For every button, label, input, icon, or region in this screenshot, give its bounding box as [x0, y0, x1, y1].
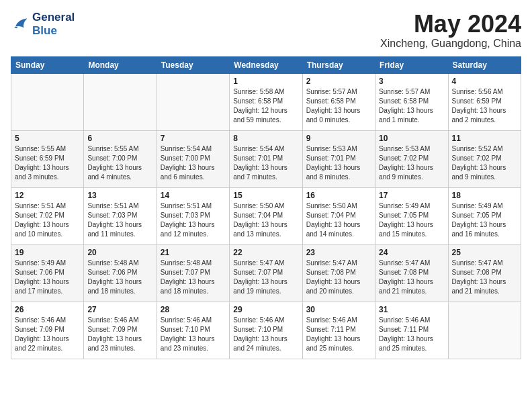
calendar-cell: 2Sunrise: 5:57 AMSunset: 6:58 PMDaylight… — [302, 73, 375, 130]
calendar-cell: 19Sunrise: 5:49 AMSunset: 7:06 PMDayligh… — [11, 244, 84, 302]
day-number: 20 — [87, 248, 152, 257]
calendar-cell: 25Sunrise: 5:47 AMSunset: 7:08 PMDayligh… — [448, 244, 521, 302]
cell-sun-info: Sunrise: 5:46 AMSunset: 7:10 PMDaylight:… — [161, 316, 226, 353]
day-number: 3 — [379, 77, 444, 86]
day-number: 5 — [15, 134, 80, 143]
calendar-cell — [157, 73, 229, 130]
calendar-table: SundayMondayTuesdayWednesdayThursdayFrid… — [11, 56, 521, 359]
calendar-week-row: 19Sunrise: 5:49 AMSunset: 7:06 PMDayligh… — [11, 244, 521, 302]
weekday-header-monday: Monday — [84, 56, 157, 73]
cell-sun-info: Sunrise: 5:57 AMSunset: 6:58 PMDaylight:… — [306, 87, 371, 125]
calendar-cell: 28Sunrise: 5:46 AMSunset: 7:10 PMDayligh… — [157, 302, 229, 359]
calendar-cell: 15Sunrise: 5:50 AMSunset: 7:04 PMDayligh… — [230, 187, 302, 244]
calendar-cell: 5Sunrise: 5:55 AMSunset: 6:59 PMDaylight… — [11, 130, 84, 187]
day-number: 21 — [161, 248, 226, 257]
day-number: 14 — [161, 191, 226, 200]
weekday-header-saturday: Saturday — [448, 56, 521, 73]
calendar-cell: 22Sunrise: 5:47 AMSunset: 7:07 PMDayligh… — [230, 244, 302, 302]
cell-sun-info: Sunrise: 5:51 AMSunset: 7:03 PMDaylight:… — [161, 201, 226, 239]
day-number: 29 — [233, 305, 298, 314]
cell-sun-info: Sunrise: 5:50 AMSunset: 7:04 PMDaylight:… — [306, 201, 371, 239]
day-number: 11 — [452, 134, 517, 143]
page-header: General Blue May 2024 Xincheng, Guangdon… — [11, 11, 521, 50]
weekday-header-sunday: Sunday — [11, 56, 84, 73]
day-number: 16 — [306, 191, 371, 200]
day-number: 9 — [306, 134, 371, 143]
day-number: 17 — [379, 191, 444, 200]
day-number: 25 — [452, 248, 517, 257]
cell-sun-info: Sunrise: 5:51 AMSunset: 7:03 PMDaylight:… — [87, 201, 152, 239]
day-number: 24 — [379, 248, 444, 257]
day-number: 10 — [379, 134, 444, 143]
cell-sun-info: Sunrise: 5:55 AMSunset: 7:00 PMDaylight:… — [87, 144, 152, 182]
cell-sun-info: Sunrise: 5:46 AMSunset: 7:11 PMDaylight:… — [379, 316, 444, 353]
cell-sun-info: Sunrise: 5:57 AMSunset: 6:58 PMDaylight:… — [379, 87, 444, 125]
cell-sun-info: Sunrise: 5:51 AMSunset: 7:02 PMDaylight:… — [15, 201, 80, 239]
calendar-cell: 13Sunrise: 5:51 AMSunset: 7:03 PMDayligh… — [84, 187, 157, 244]
calendar-cell: 1Sunrise: 5:58 AMSunset: 6:58 PMDaylight… — [230, 73, 302, 130]
calendar-cell: 9Sunrise: 5:53 AMSunset: 7:01 PMDaylight… — [302, 130, 375, 187]
calendar-cell — [84, 73, 157, 130]
cell-sun-info: Sunrise: 5:46 AMSunset: 7:09 PMDaylight:… — [87, 316, 152, 353]
calendar-cell: 16Sunrise: 5:50 AMSunset: 7:04 PMDayligh… — [302, 187, 375, 244]
weekday-header-wednesday: Wednesday — [230, 56, 302, 73]
day-number: 6 — [87, 134, 152, 143]
day-number: 2 — [306, 77, 371, 86]
day-number: 15 — [233, 191, 298, 200]
day-number: 8 — [233, 134, 298, 143]
calendar-cell: 21Sunrise: 5:48 AMSunset: 7:07 PMDayligh… — [157, 244, 229, 302]
cell-sun-info: Sunrise: 5:49 AMSunset: 7:05 PMDaylight:… — [452, 201, 517, 239]
calendar-cell: 23Sunrise: 5:47 AMSunset: 7:08 PMDayligh… — [302, 244, 375, 302]
title-block: May 2024 Xincheng, Guangdong, China — [380, 11, 521, 50]
calendar-cell: 17Sunrise: 5:49 AMSunset: 7:05 PMDayligh… — [375, 187, 448, 244]
cell-sun-info: Sunrise: 5:56 AMSunset: 6:59 PMDaylight:… — [452, 87, 517, 125]
cell-sun-info: Sunrise: 5:50 AMSunset: 7:04 PMDaylight:… — [233, 201, 298, 239]
cell-sun-info: Sunrise: 5:47 AMSunset: 7:08 PMDaylight:… — [379, 259, 444, 296]
day-number: 1 — [233, 77, 298, 86]
day-number: 12 — [15, 191, 80, 200]
logo-icon — [11, 15, 30, 34]
day-number: 7 — [161, 134, 226, 143]
cell-sun-info: Sunrise: 5:54 AMSunset: 7:00 PMDaylight:… — [161, 144, 226, 182]
calendar-cell: 29Sunrise: 5:46 AMSunset: 7:10 PMDayligh… — [230, 302, 302, 359]
cell-sun-info: Sunrise: 5:58 AMSunset: 6:58 PMDaylight:… — [233, 87, 298, 125]
cell-sun-info: Sunrise: 5:54 AMSunset: 7:01 PMDaylight:… — [233, 144, 298, 182]
weekday-header-row: SundayMondayTuesdayWednesdayThursdayFrid… — [11, 56, 521, 73]
day-number: 27 — [87, 305, 152, 314]
cell-sun-info: Sunrise: 5:47 AMSunset: 7:08 PMDaylight:… — [452, 259, 517, 296]
logo-text: General Blue — [32, 11, 75, 37]
day-number: 28 — [161, 305, 226, 314]
calendar-cell: 27Sunrise: 5:46 AMSunset: 7:09 PMDayligh… — [84, 302, 157, 359]
calendar-cell: 12Sunrise: 5:51 AMSunset: 7:02 PMDayligh… — [11, 187, 84, 244]
cell-sun-info: Sunrise: 5:52 AMSunset: 7:02 PMDaylight:… — [452, 144, 517, 182]
day-number: 31 — [379, 305, 444, 314]
weekday-header-tuesday: Tuesday — [157, 56, 229, 73]
calendar-cell: 7Sunrise: 5:54 AMSunset: 7:00 PMDaylight… — [157, 130, 229, 187]
day-number: 26 — [15, 305, 80, 314]
cell-sun-info: Sunrise: 5:55 AMSunset: 6:59 PMDaylight:… — [15, 144, 80, 182]
calendar-week-row: 26Sunrise: 5:46 AMSunset: 7:09 PMDayligh… — [11, 302, 521, 359]
day-number: 19 — [15, 248, 80, 257]
logo: General Blue — [11, 11, 75, 37]
calendar-cell: 24Sunrise: 5:47 AMSunset: 7:08 PMDayligh… — [375, 244, 448, 302]
calendar-cell: 14Sunrise: 5:51 AMSunset: 7:03 PMDayligh… — [157, 187, 229, 244]
cell-sun-info: Sunrise: 5:53 AMSunset: 7:01 PMDaylight:… — [306, 144, 371, 182]
cell-sun-info: Sunrise: 5:53 AMSunset: 7:02 PMDaylight:… — [379, 144, 444, 182]
cell-sun-info: Sunrise: 5:46 AMSunset: 7:10 PMDaylight:… — [233, 316, 298, 353]
calendar-week-row: 5Sunrise: 5:55 AMSunset: 6:59 PMDaylight… — [11, 130, 521, 187]
day-number: 18 — [452, 191, 517, 200]
calendar-cell — [448, 302, 521, 359]
cell-sun-info: Sunrise: 5:48 AMSunset: 7:06 PMDaylight:… — [87, 259, 152, 296]
day-number: 4 — [452, 77, 517, 86]
calendar-cell — [11, 73, 84, 130]
month-year-title: May 2024 — [380, 11, 521, 38]
day-number: 23 — [306, 248, 371, 257]
cell-sun-info: Sunrise: 5:47 AMSunset: 7:08 PMDaylight:… — [306, 259, 371, 296]
weekday-header-thursday: Thursday — [302, 56, 375, 73]
calendar-cell: 6Sunrise: 5:55 AMSunset: 7:00 PMDaylight… — [84, 130, 157, 187]
cell-sun-info: Sunrise: 5:46 AMSunset: 7:11 PMDaylight:… — [306, 316, 371, 353]
cell-sun-info: Sunrise: 5:47 AMSunset: 7:07 PMDaylight:… — [233, 259, 298, 296]
calendar-cell: 20Sunrise: 5:48 AMSunset: 7:06 PMDayligh… — [84, 244, 157, 302]
cell-sun-info: Sunrise: 5:49 AMSunset: 7:06 PMDaylight:… — [15, 259, 80, 296]
day-number: 30 — [306, 305, 371, 314]
